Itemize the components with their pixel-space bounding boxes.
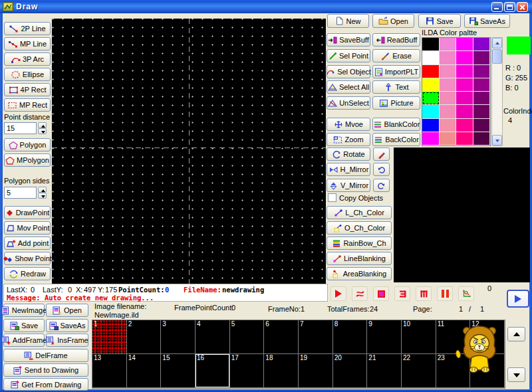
open-button[interactable]: Open — [372, 14, 414, 28]
o-ch-color-button[interactable]: O_Ch_Color — [327, 221, 392, 235]
palette-color-cell[interactable] — [456, 51, 473, 64]
step-back-button[interactable] — [394, 286, 410, 301]
minimize-button[interactable] — [491, 2, 503, 12]
mp-rect-button[interactable]: MP Rect — [4, 98, 51, 112]
frame-cell-17[interactable]: 17 — [230, 354, 265, 388]
ilda-palette-grid[interactable] — [422, 37, 491, 146]
lineblanking-button[interactable]: LineBlanking — [327, 252, 392, 265]
spin-down-icon[interactable] — [38, 193, 47, 199]
palette-color-cell[interactable] — [473, 38, 491, 51]
frame-cell-13[interactable]: 13 — [92, 354, 127, 388]
rotate-button[interactable]: Rotate — [327, 147, 370, 161]
palette-color-cell[interactable] — [456, 132, 473, 146]
copy-objects-checkbox[interactable] — [328, 193, 336, 202]
title-bar[interactable]: Draw — [0, 0, 532, 13]
saveas-button[interactable]: SaveAs — [464, 14, 510, 28]
mpolygon-button[interactable]: MPolygon — [4, 153, 51, 167]
play-button[interactable] — [331, 286, 346, 301]
frame-cell-10[interactable]: 10 — [402, 320, 436, 354]
blankcolor-button[interactable]: BlankColor — [372, 118, 420, 131]
palette-color-cell[interactable] — [422, 51, 440, 64]
send-to-drawing-button[interactable]: Send to Drawing — [3, 363, 88, 377]
unselect-button[interactable]: UnSelect — [327, 96, 370, 110]
new-button[interactable]: New — [327, 14, 369, 28]
frame-cell-19[interactable]: 19 — [299, 354, 333, 388]
v-mirror-button[interactable]: V_Mirror — [327, 179, 370, 192]
animate-play-button[interactable] — [507, 290, 529, 308]
spin-down-icon[interactable] — [38, 128, 47, 134]
image-open-button[interactable]: Open — [46, 304, 88, 317]
image-saveas-button[interactable]: SaveAs — [46, 319, 88, 332]
palette-scroll-down[interactable] — [492, 135, 502, 146]
polygon-sides-input[interactable]: 5 — [4, 187, 37, 199]
step-forward-button[interactable] — [416, 286, 432, 301]
undo-button[interactable] — [373, 163, 390, 176]
frame-cell-4[interactable]: 4 — [196, 320, 230, 354]
palette-scroll-thumb[interactable] — [492, 49, 502, 64]
save-button[interactable]: Save — [418, 14, 461, 28]
add-point-button[interactable]: Add point — [4, 237, 51, 250]
palette-color-cell[interactable] — [440, 78, 457, 92]
frame-cell-7[interactable]: 7 — [299, 320, 333, 354]
frame-cell-22[interactable]: 22 — [402, 354, 436, 388]
palette-color-cell[interactable] — [422, 132, 440, 146]
point-distance-input[interactable]: 15 — [4, 122, 37, 134]
palette-color-cell[interactable] — [440, 92, 457, 105]
importplt-button[interactable]: ImportPLT — [372, 65, 420, 78]
palette-color-cell[interactable] — [473, 65, 491, 78]
image-save-button[interactable]: Save — [3, 319, 45, 332]
palette-color-cell[interactable] — [422, 65, 440, 78]
palette-color-cell[interactable] — [422, 119, 440, 132]
frame-cell-18[interactable]: 18 — [264, 354, 299, 388]
text-button[interactable]: Text — [372, 80, 420, 94]
color-picker-button[interactable] — [373, 147, 390, 161]
frame-cell-14[interactable]: 14 — [127, 354, 162, 388]
point-distance-spinner[interactable] — [38, 122, 47, 134]
mp-line-button[interactable]: MP Line — [4, 37, 51, 50]
backcolor-button[interactable]: BackColor — [372, 133, 420, 146]
erase-button[interactable]: Erase — [372, 49, 420, 62]
palette-color-cell[interactable] — [473, 132, 491, 146]
palette-color-cell[interactable] — [456, 105, 473, 118]
h-mirror-button[interactable]: H_Mirror — [327, 163, 370, 176]
loop-button[interactable] — [352, 286, 368, 301]
frame-cell-5[interactable]: 5 — [230, 320, 265, 354]
palette-color-cell[interactable] — [456, 78, 473, 92]
palette-scrollbar[interactable] — [491, 37, 503, 146]
palette-scroll-up[interactable] — [492, 38, 502, 49]
show-axis-button[interactable] — [458, 286, 474, 301]
frame-timeline[interactable]: 123456789101112131415161718192021222324 — [92, 320, 505, 389]
palette-color-cell[interactable] — [440, 38, 457, 51]
drawpoint-button[interactable]: DrawPoint — [4, 206, 51, 219]
savebuff-button[interactable]: SaveBuff — [327, 33, 370, 47]
select-all-button[interactable]: Select All — [327, 80, 370, 94]
palette-color-cell[interactable] — [473, 92, 491, 105]
pause-button[interactable] — [437, 286, 453, 301]
addframe-button[interactable]: AddFrame — [3, 334, 45, 347]
ellipse-button[interactable]: Ellipse — [4, 68, 51, 81]
frame-cell-6[interactable]: 6 — [264, 320, 299, 354]
palette-color-cell[interactable] — [473, 78, 491, 92]
palette-color-cell[interactable] — [456, 92, 473, 105]
move-button[interactable]: Mvoe — [327, 118, 370, 131]
palette-color-cell[interactable] — [440, 132, 457, 146]
frame-cell-15[interactable]: 15 — [161, 354, 196, 388]
frame-cell-1[interactable]: 1 — [92, 320, 127, 354]
newimage-button[interactable]: NewImage — [3, 304, 45, 317]
l-ch-color-button[interactable]: L_Ch_Color — [327, 206, 392, 219]
insframe-button[interactable]: InsFrame — [46, 334, 88, 347]
palette-color-cell[interactable] — [456, 65, 473, 78]
palette-color-cell[interactable] — [422, 92, 440, 105]
drawing-canvas[interactable] — [52, 19, 326, 284]
palette-color-cell[interactable] — [456, 119, 473, 132]
palette-color-cell[interactable] — [422, 78, 440, 92]
palette-color-cell[interactable] — [422, 38, 440, 51]
frame-cell-21[interactable]: 21 — [367, 354, 402, 388]
readbuff-button[interactable]: ReadBuff — [372, 33, 420, 47]
palette-color-cell[interactable] — [456, 38, 473, 51]
mov-point-button[interactable]: Mov Point — [4, 221, 51, 235]
show-point-button[interactable]: Show Point — [4, 252, 51, 265]
frame-cell-20[interactable]: 20 — [333, 354, 368, 388]
palette-color-cell[interactable] — [440, 119, 457, 132]
get-from-drawing-button[interactable]: Get From Drawing — [3, 378, 88, 391]
